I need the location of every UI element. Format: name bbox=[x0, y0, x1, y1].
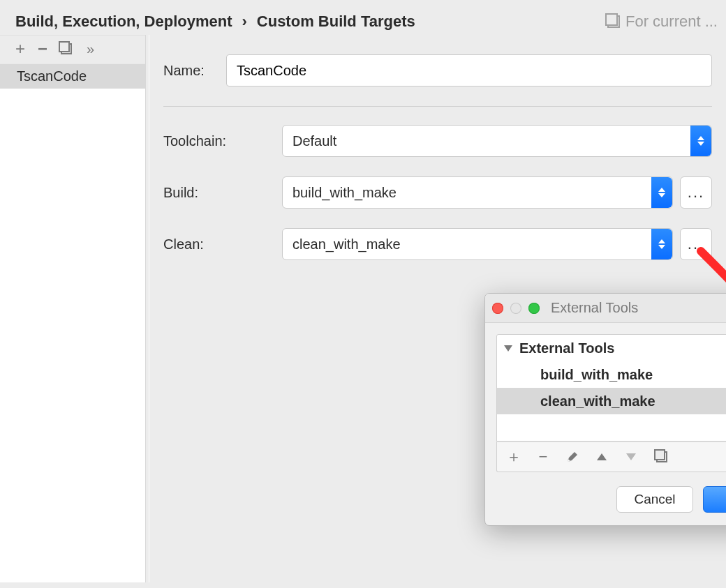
dialog-title: External Tools bbox=[547, 300, 726, 316]
build-select[interactable]: build_with_make bbox=[282, 176, 673, 209]
clean-value: clean_with_make bbox=[292, 236, 401, 252]
ellipsis-icon: ... bbox=[688, 235, 704, 253]
triangle-down-icon bbox=[626, 453, 636, 460]
tree-root-label: External Tools bbox=[519, 340, 614, 356]
more-button[interactable]: » bbox=[87, 41, 91, 57]
window-controls bbox=[492, 303, 540, 314]
chevron-down-icon bbox=[504, 345, 512, 352]
cancel-button[interactable]: Cancel bbox=[616, 486, 693, 513]
scope-hint: For current ... bbox=[607, 13, 718, 31]
breadcrumb-separator-icon: › bbox=[242, 13, 246, 31]
build-value: build_with_make bbox=[292, 185, 397, 201]
edit-button[interactable] bbox=[564, 448, 581, 465]
chevron-updown-icon bbox=[651, 177, 672, 208]
dialog-footer: Cancel OK bbox=[485, 481, 726, 525]
add-button[interactable]: ＋ bbox=[505, 448, 522, 465]
remove-button[interactable]: − bbox=[32, 38, 53, 59]
tree-item-label: build_with_make bbox=[540, 367, 653, 383]
breadcrumb-parent[interactable]: Build, Execution, Deployment bbox=[15, 13, 232, 31]
breadcrumb-current: Custom Build Targets bbox=[257, 13, 415, 31]
sidebar-item-label: TscanCode bbox=[17, 68, 87, 84]
clean-label: Clean: bbox=[163, 236, 282, 252]
move-down-button[interactable] bbox=[623, 448, 639, 465]
tree-root[interactable]: External Tools bbox=[497, 335, 726, 361]
clean-browse-button[interactable]: ... bbox=[680, 228, 712, 260]
pencil-icon bbox=[566, 451, 579, 463]
clean-select[interactable]: clean_with_make bbox=[282, 228, 673, 260]
name-input[interactable] bbox=[226, 54, 712, 86]
scope-copy-icon bbox=[607, 15, 620, 28]
ellipsis-icon: ... bbox=[688, 183, 704, 202]
form-panel: Name: Toolchain: Default Build: build_wi… bbox=[149, 35, 726, 582]
build-browse-button[interactable]: ... bbox=[680, 176, 712, 209]
toolchain-label: Toolchain: bbox=[163, 133, 282, 149]
name-label: Name: bbox=[163, 63, 226, 79]
chevron-updown-icon bbox=[690, 126, 711, 156]
chevron-updown-icon bbox=[651, 229, 672, 259]
build-label: Build: bbox=[163, 185, 282, 201]
sidebar-list: TscanCode bbox=[0, 64, 145, 582]
move-up-button[interactable] bbox=[593, 448, 610, 465]
sidebar-item-tscancode[interactable]: TscanCode bbox=[0, 64, 145, 89]
breadcrumb: Build, Execution, Deployment › Custom Bu… bbox=[0, 0, 726, 35]
zoom-icon[interactable] bbox=[528, 303, 540, 314]
tree-item-clean[interactable]: clean_with_make bbox=[497, 388, 726, 414]
external-tools-dialog: External Tools External Tools build_with… bbox=[484, 293, 726, 526]
cancel-label: Cancel bbox=[634, 492, 675, 507]
remove-button[interactable]: − bbox=[535, 448, 551, 465]
tools-tree: External Tools build_with_make clean_wit… bbox=[496, 334, 726, 442]
copy-button[interactable] bbox=[652, 448, 669, 465]
scope-hint-text: For current ... bbox=[625, 13, 718, 31]
minimize-icon bbox=[510, 303, 521, 314]
divider bbox=[163, 106, 712, 107]
tree-blank-row bbox=[497, 414, 726, 441]
toolchain-value: Default bbox=[292, 133, 336, 149]
sidebar: + − » TscanCode bbox=[0, 35, 145, 582]
triangle-up-icon bbox=[597, 453, 607, 460]
toolchain-select[interactable]: Default bbox=[282, 125, 712, 157]
add-button[interactable]: + bbox=[10, 38, 31, 59]
dialog-titlebar[interactable]: External Tools bbox=[485, 294, 726, 323]
copy-button[interactable] bbox=[54, 38, 75, 59]
close-icon[interactable] bbox=[492, 303, 503, 314]
tree-toolbar: ＋ − bbox=[496, 442, 726, 472]
tree-item-label: clean_with_make bbox=[540, 393, 655, 409]
copy-icon bbox=[656, 451, 667, 462]
tree-item-build[interactable]: build_with_make bbox=[497, 361, 726, 388]
ok-button[interactable]: OK bbox=[703, 486, 726, 513]
sidebar-toolbar: + − » bbox=[0, 36, 145, 64]
copy-icon bbox=[61, 43, 72, 54]
